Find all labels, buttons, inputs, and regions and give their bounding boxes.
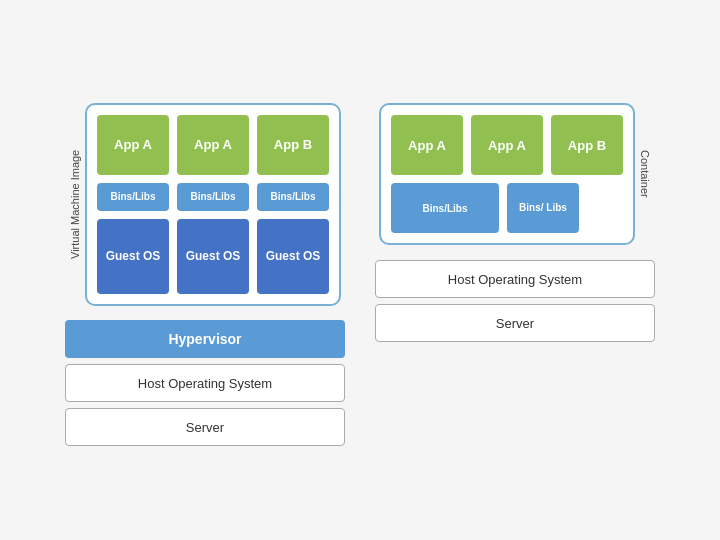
vm-server-bar: Server [65, 408, 345, 446]
vm-host-os-bar: Host Operating System [65, 364, 345, 402]
container-bins-row: Bins/Libs Bins/ Libs [391, 183, 623, 233]
vm-guest-2: Guest OS [177, 219, 249, 294]
container-inner-box: App A App A App B Bins/Libs Bins/ Libs [379, 103, 635, 245]
vm-guest-3: Guest OS [257, 219, 329, 294]
vm-inner-box: App A App A App B Bins/Libs Bins/Libs Bi… [85, 103, 341, 306]
vm-wrapper: Virtual Machine Image App A App A App B … [69, 94, 341, 314]
vm-bins-row: Bins/Libs Bins/Libs Bins/Libs [97, 183, 329, 211]
container-server-bar: Server [375, 304, 655, 342]
hypervisor-bar: Hypervisor [65, 320, 345, 358]
container-wrapper: App A App A App B Bins/Libs Bins/ Libs C… [379, 94, 651, 254]
container-app-a-2: App A [471, 115, 543, 175]
container-section: App A App A App B Bins/Libs Bins/ Libs C… [375, 94, 655, 342]
vm-label: Virtual Machine Image [69, 94, 81, 314]
vm-bins-1: Bins/Libs [97, 183, 169, 211]
container-bins-narrow: Bins/ Libs [507, 183, 579, 233]
vm-section: Virtual Machine Image App A App A App B … [65, 94, 345, 446]
vm-guest-1: Guest OS [97, 219, 169, 294]
vm-bins-2: Bins/Libs [177, 183, 249, 211]
vm-bins-3: Bins/Libs [257, 183, 329, 211]
vm-apps-row: App A App A App B [97, 115, 329, 175]
vm-app-a-1: App A [97, 115, 169, 175]
vm-app-a-2: App A [177, 115, 249, 175]
vm-guest-row: Guest OS Guest OS Guest OS [97, 219, 329, 294]
main-container: Virtual Machine Image App A App A App B … [45, 74, 675, 466]
container-bins-wide: Bins/Libs [391, 183, 499, 233]
container-app-a-1: App A [391, 115, 463, 175]
vm-app-b: App B [257, 115, 329, 175]
container-host-os-bar: Host Operating System [375, 260, 655, 298]
container-apps-row: App A App A App B [391, 115, 623, 175]
container-label: Container [639, 94, 651, 254]
container-app-b: App B [551, 115, 623, 175]
